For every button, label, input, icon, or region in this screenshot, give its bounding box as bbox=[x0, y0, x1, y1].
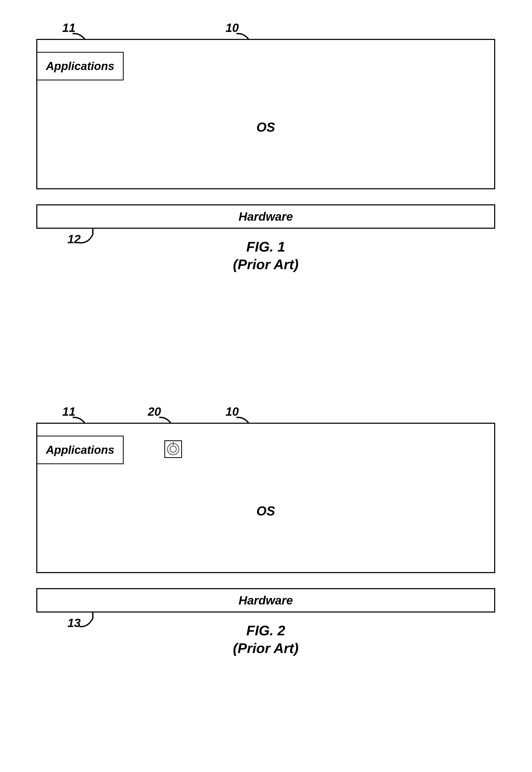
os-box: Applications OS bbox=[36, 423, 495, 573]
applications-box: Applications bbox=[37, 52, 124, 80]
figure-2: 11 20 10 Applications OS Hardware 13 bbox=[36, 423, 495, 657]
ref-10: 10 bbox=[226, 21, 239, 35]
hardware-label: Hardware bbox=[239, 593, 293, 607]
ref-11: 11 bbox=[62, 21, 75, 35]
ref-11: 11 bbox=[62, 405, 75, 419]
ref-13: 13 bbox=[67, 616, 81, 630]
hardware-box: Hardware bbox=[36, 204, 495, 229]
applications-box: Applications bbox=[37, 436, 124, 464]
figure-caption: FIG. 1 (Prior Art) bbox=[36, 238, 495, 273]
ref-20: 20 bbox=[148, 405, 161, 419]
os-box: Applications OS bbox=[36, 39, 495, 189]
hardware-box: Hardware bbox=[36, 588, 495, 613]
bomb-icon bbox=[164, 440, 182, 458]
caption-line2: (Prior Art) bbox=[36, 256, 495, 273]
ref-12: 12 bbox=[67, 232, 81, 246]
applications-label: Applications bbox=[46, 60, 114, 73]
ref-10: 10 bbox=[226, 405, 239, 419]
figure-caption: FIG. 2 (Prior Art) bbox=[36, 622, 495, 657]
caption-line1: FIG. 1 bbox=[36, 238, 495, 256]
hardware-label: Hardware bbox=[239, 210, 293, 224]
os-label: OS bbox=[256, 120, 275, 135]
caption-line1: FIG. 2 bbox=[36, 622, 495, 639]
applications-label: Applications bbox=[46, 443, 114, 456]
bomb-inner bbox=[167, 443, 179, 455]
page: 11 10 Applications OS Hardware 12 FIG. 1… bbox=[0, 0, 532, 772]
figure-1: 11 10 Applications OS Hardware 12 FIG. 1… bbox=[36, 39, 495, 273]
os-label: OS bbox=[256, 504, 275, 519]
caption-line2: (Prior Art) bbox=[36, 639, 495, 657]
